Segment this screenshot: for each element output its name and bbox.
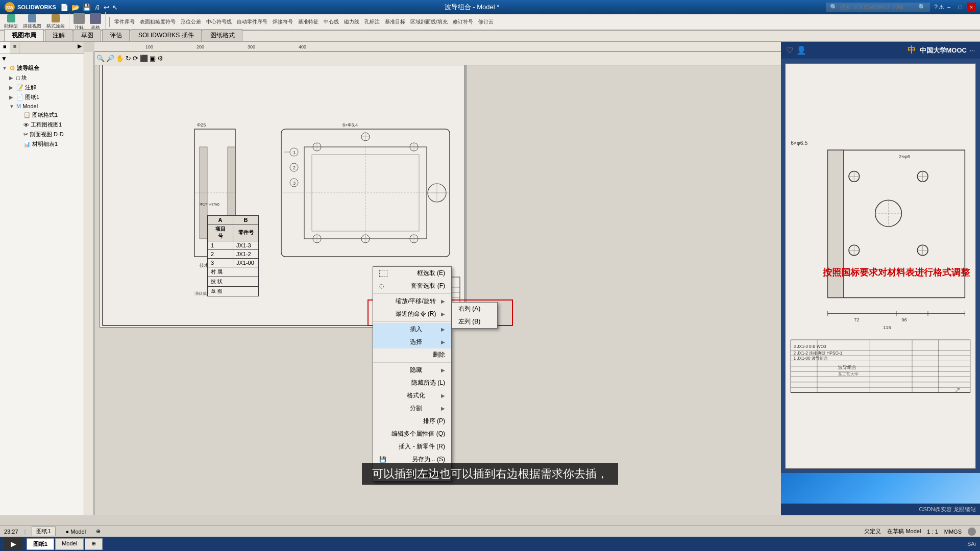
- surface-roughness-btn[interactable]: 表面粗糙度符号: [138, 17, 178, 27]
- format-arrow-icon: ▶: [441, 393, 445, 398]
- zoom-fit-icon[interactable]: 🔍: [96, 55, 105, 62]
- tile-view-btn[interactable]: 拼接视图: [21, 13, 43, 31]
- pointer-icon[interactable]: ↖: [112, 4, 118, 11]
- hatch-btn[interactable]: 区域剖面线/填充: [408, 17, 450, 27]
- open-icon[interactable]: 📂: [71, 4, 80, 11]
- save-icon[interactable]: 💾: [83, 4, 91, 11]
- feature-tree-tab[interactable]: ■: [0, 42, 10, 54]
- tree-item-view1[interactable]: 👁 工程图视图1: [0, 120, 84, 130]
- heart-icon[interactable]: ♡: [786, 45, 793, 55]
- format-btn[interactable]: 格式涂装: [44, 13, 67, 31]
- pan-icon[interactable]: ✋: [116, 55, 124, 62]
- zoom-area-icon[interactable]: 🔎: [106, 55, 114, 62]
- bom-cell-3-num: 3: [208, 259, 233, 267]
- bottom-tab-sheet1[interactable]: 图纸1: [27, 538, 54, 550]
- sheet-tab-1[interactable]: 图纸1: [32, 527, 55, 536]
- revision-cloud-btn[interactable]: 修订云: [476, 17, 496, 27]
- ctx-sort[interactable]: 排序 (P): [373, 415, 451, 428]
- lasso-select-icon: ◌: [379, 283, 387, 289]
- ctx-delete[interactable]: 删除: [373, 348, 451, 361]
- col-partno-header: 零件号: [233, 224, 259, 241]
- bottom-tab-model[interactable]: Model: [55, 538, 84, 550]
- ctx-sep-1: [373, 293, 451, 294]
- mooc-logo-text: 中国大学MOOC: [920, 46, 967, 54]
- status-model: 在草稿 Model: [887, 528, 921, 535]
- tree-item-section[interactable]: ✂ 剖面视图 D-D: [0, 130, 84, 139]
- tab-evaluate[interactable]: 评估: [102, 29, 130, 41]
- ctx-split[interactable]: 分割 ▶: [373, 402, 451, 415]
- ctx-edit-multi[interactable]: 编辑多个属性值 (Q): [373, 428, 451, 440]
- svg-text:6×Φ6.4: 6×Φ6.4: [342, 122, 358, 128]
- settings-icon[interactable]: ⚙: [157, 55, 163, 62]
- search-btn-icon[interactable]: 🔍: [918, 4, 926, 11]
- mooc-menu-icon[interactable]: ···: [970, 47, 975, 54]
- annotation-red: 按照国标要求对材料表进行格式调整: [823, 266, 970, 279]
- tree-item-bom[interactable]: 📊 材明细表1: [0, 139, 84, 149]
- svg-text:2×φ6: 2×φ6: [899, 154, 910, 159]
- sheet-tab-model[interactable]: ● Model: [62, 528, 90, 535]
- centerline-btn[interactable]: 中心线: [322, 17, 341, 27]
- rotate-icon[interactable]: ↻: [126, 55, 131, 62]
- submenu-left-col[interactable]: 左列 (B): [452, 315, 497, 328]
- search-icon: 🔍: [830, 4, 838, 11]
- bottom-tab-add[interactable]: ⊕: [85, 538, 103, 550]
- ctx-insert[interactable]: 插入 ▶: [373, 323, 451, 336]
- tab-sheet-format[interactable]: 图纸格式: [203, 29, 242, 41]
- refresh-icon[interactable]: ⟳: [133, 55, 138, 62]
- close-button[interactable]: ×: [967, 3, 976, 12]
- model-view-btn[interactable]: 能模型: [2, 13, 20, 31]
- ctx-zoom[interactable]: 缩放/平移/旋转 ▶: [373, 295, 451, 308]
- form-tolerance-btn[interactable]: 形位公差: [179, 17, 203, 27]
- new-icon[interactable]: 📄: [60, 4, 68, 11]
- weld-symbol-btn[interactable]: 焊接符号: [271, 17, 295, 27]
- ctx-frame-select[interactable]: 框选取 (E): [373, 267, 451, 280]
- tree-item-annotation[interactable]: ▶ 📝 注解: [0, 83, 84, 92]
- help-icon[interactable]: ?: [934, 4, 938, 11]
- view3d-icon[interactable]: ⬛: [140, 55, 148, 62]
- ctx-select[interactable]: 选择 ▶: [373, 336, 451, 348]
- ctx-hide[interactable]: 隐藏 ▶: [373, 364, 451, 377]
- tab-sw-plugins[interactable]: SOLIDWORKS 插件: [131, 29, 202, 41]
- auto-balloon-btn[interactable]: 自动零件序号: [235, 17, 270, 27]
- minimize-button[interactable]: −: [944, 3, 953, 12]
- col-b-header: B: [233, 216, 259, 224]
- mooc-author: CSDN@实容 龙眼镜站: [919, 506, 976, 512]
- display-icon[interactable]: ▣: [150, 55, 156, 62]
- tree-item-sheet1[interactable]: ▶ 📄 图纸1: [0, 92, 84, 102]
- submenu-right-col[interactable]: 右列 (A): [452, 303, 497, 315]
- ctx-insert-part[interactable]: 插入 - 新零件 (R): [373, 440, 451, 453]
- ctx-format[interactable]: 格式化 ▶: [373, 389, 451, 402]
- ctx-lasso-select[interactable]: ◌ 套套选取 (F): [373, 280, 451, 292]
- center-symbol-btn[interactable]: 中心符号线: [204, 17, 234, 27]
- tab-sketch[interactable]: 草图: [74, 29, 101, 41]
- revision-sym-btn[interactable]: 修订符号: [451, 17, 475, 27]
- icon-bar-nav[interactable]: ⊕: [96, 528, 101, 535]
- tab-annotation[interactable]: 注解: [45, 29, 72, 41]
- tree-item-assembly[interactable]: ▼ ⚙ 波导组合: [0, 63, 84, 73]
- sheet1-label: 图纸1: [25, 93, 39, 101]
- hole-callout-btn[interactable]: 孔标注: [362, 17, 382, 27]
- play-button[interactable]: ▶: [4, 537, 22, 550]
- user-icon[interactable]: 👤: [796, 45, 806, 55]
- print-icon[interactable]: 🖨: [94, 4, 101, 11]
- datum-target-btn[interactable]: 基准目标: [383, 17, 407, 27]
- search-input[interactable]: [840, 4, 916, 10]
- magnet-line-btn[interactable]: 磁力线: [342, 17, 361, 27]
- expand-icon-3: ▶: [9, 85, 15, 90]
- tree-item-model[interactable]: ▼ M Model: [0, 102, 84, 110]
- restore-button[interactable]: □: [955, 3, 965, 12]
- ctx-hide-selected[interactable]: 隐藏所选 (L): [373, 377, 451, 389]
- property-tab[interactable]: ≡: [10, 42, 20, 54]
- annotation-label: 注解: [25, 84, 36, 91]
- tab-view-layout[interactable]: 视图布局: [4, 29, 44, 41]
- left-panel-tabs: ■ ≡ ▶: [0, 42, 84, 54]
- ctx-recent[interactable]: 最近的命令 (R) ▶: [373, 308, 451, 320]
- datum-feature-btn[interactable]: 基准特征: [296, 17, 321, 27]
- part-number-btn[interactable]: 零件库号: [112, 17, 137, 27]
- tree-item-block[interactable]: ▶ □ 块: [0, 73, 84, 83]
- title-bar: SW SOLIDWORKS 📄 📂 💾 🖨 ↩ ↖ 波导组合 - Model *…: [0, 0, 980, 14]
- mooc-header: ♡ 👤 中 中国大学MOOC ···: [781, 42, 980, 59]
- panel-collapse-btn[interactable]: ▶: [76, 42, 84, 54]
- tree-item-format[interactable]: 📋 图纸格式1: [0, 110, 84, 120]
- undo-icon[interactable]: ↩: [104, 4, 109, 11]
